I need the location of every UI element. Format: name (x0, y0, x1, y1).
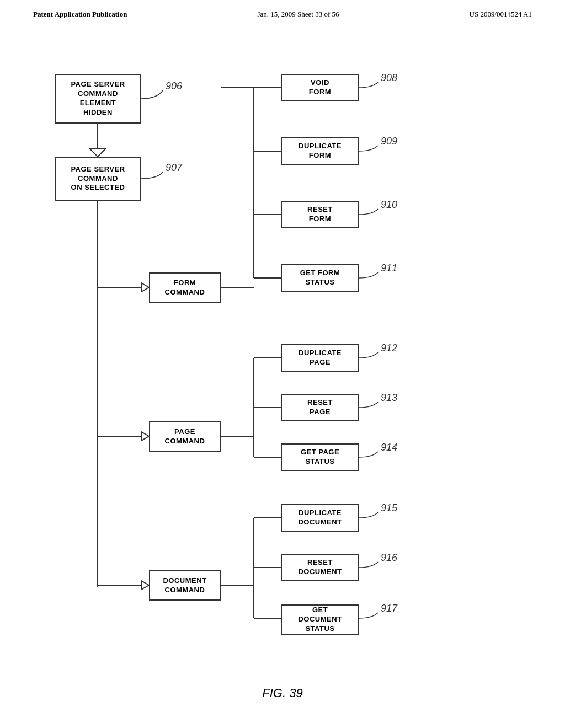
box-915: DUPLICATEDOCUMENT (281, 504, 359, 532)
svg-text:915: 915 (381, 502, 398, 513)
svg-text:916: 916 (381, 552, 398, 563)
box-906: PAGE SERVERCOMMANDELEMENTHIDDEN (55, 74, 141, 124)
page-header: Patent Application Publication Jan. 15, … (0, 0, 565, 24)
svg-marker-7 (141, 432, 149, 441)
header-left: Patent Application Publication (33, 10, 127, 19)
box-page-command: PAGECOMMAND (149, 421, 221, 452)
svg-text:908: 908 (381, 72, 397, 83)
box-909: DUPLICATEFORM (281, 137, 359, 165)
svg-text:914: 914 (381, 442, 397, 453)
header-center: Jan. 15, 2009 Sheet 33 of 56 (258, 10, 339, 19)
box-910: RESETFORM (281, 201, 359, 228)
diagram-area: 906 907 908 909 910 911 912 913 914 915 … (0, 30, 565, 681)
box-908: VOIDFORM (281, 74, 359, 101)
svg-marker-5 (141, 283, 149, 292)
box-916: RESETDOCUMENT (281, 554, 359, 581)
svg-text:906: 906 (166, 81, 183, 92)
svg-text:909: 909 (381, 136, 397, 147)
svg-marker-2 (90, 149, 105, 157)
svg-text:907: 907 (166, 162, 183, 173)
box-917: GETDOCUMENTSTATUS (281, 604, 359, 635)
svg-text:917: 917 (381, 603, 398, 614)
box-form-command: FORMCOMMAND (149, 272, 221, 303)
box-911: GET FORMSTATUS (281, 264, 359, 292)
svg-text:912: 912 (381, 342, 397, 354)
box-913: RESETPAGE (281, 394, 359, 421)
box-document-command: DOCUMENTCOMMAND (149, 570, 221, 601)
svg-marker-9 (141, 581, 149, 590)
box-907: PAGE SERVERCOMMANDON SELECTED (55, 157, 141, 201)
figure-caption: FIG. 39 (0, 686, 565, 711)
box-912: DUPLICATEPAGE (281, 344, 359, 372)
svg-text:910: 910 (381, 199, 397, 210)
box-914: GET PAGESTATUS (281, 443, 359, 471)
svg-text:911: 911 (381, 263, 397, 274)
svg-text:913: 913 (381, 392, 397, 403)
header-right: US 2009/0014524 A1 (470, 10, 532, 19)
